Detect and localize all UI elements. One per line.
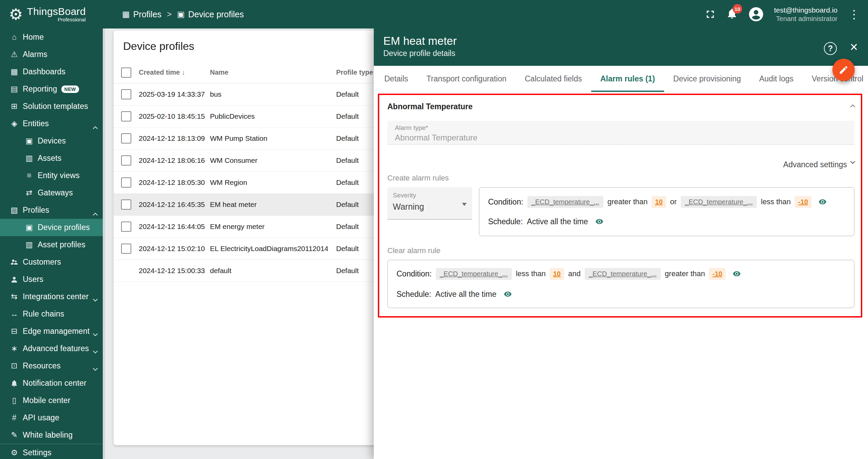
row-checkbox[interactable] [121,89,131,99]
row-checkbox[interactable] [121,111,131,121]
breadcrumb-device-profiles-label: Device profiles [188,9,244,19]
severity-select[interactable]: Severity Warning [387,187,472,219]
sidebar-item-entities[interactable]: ◈ Entities [0,115,105,132]
sidebar-item-dashboards[interactable]: ▦ Dashboards [0,63,105,80]
sidebar-item-notification-center[interactable]: Notification center [0,375,105,392]
sidebar-item-asset-profiles[interactable]: ▥ Asset profiles [0,236,105,253]
view-schedule-button[interactable] [594,217,604,226]
edge-management-icon: ⊟ [9,327,20,336]
cell-name: EM energy meter [210,223,336,231]
cell-name: WM Region [210,178,336,187]
breadcrumb-device-profiles[interactable]: ▣ Device profiles [177,9,244,19]
more-menu-button[interactable]: ⋮ [847,7,861,21]
rule-chains-icon: ↔ [9,309,20,319]
condition-row: Condition: _ECD_temperature_... less tha… [397,267,845,281]
schedule-row: Schedule: Active all the time [397,287,845,301]
cell-name: EL ElectricityLoadDiagrams20112014 [210,245,336,253]
condition-operator: greater than [607,197,648,206]
sidebar-item-home[interactable]: ⌂ Home [0,28,105,46]
sidebar-item-integrations-center[interactable]: ⇆ Integrations center [0,288,105,305]
cell-name: bus [210,90,336,98]
sidebar-item-entity-views[interactable]: ≡ Entity views [0,167,105,184]
close-button[interactable]: × [850,40,858,54]
sidebar-item-reporting[interactable]: ▤ Reporting NEW [0,80,105,98]
view-schedule-button[interactable] [503,290,513,298]
sidebar-item-mobile-center[interactable]: ▯ Mobile center [0,392,105,409]
sidebar-item-alarms[interactable]: ⚠ Alarms [0,46,105,63]
column-header-created-time[interactable]: Created time↓ [139,69,210,76]
tab-device-provisioning[interactable]: Device provisioning [664,66,750,92]
chevron-down-icon [94,349,97,358]
sidebar-item-settings[interactable]: ⚙ Settings [0,444,105,459]
sidebar-nav: ⌂ Home ⚠ Alarms ▦ Dashboards ▤ Reporting… [0,28,105,459]
fullscreen-icon[interactable] [704,8,716,20]
tab-details[interactable]: Details [375,66,417,92]
sidebar-item-devices[interactable]: ▣ Devices [0,132,105,150]
row-checkbox[interactable] [121,155,131,166]
chevron-down-icon [94,297,97,306]
view-condition-button[interactable] [817,198,828,206]
tab-transport-configuration[interactable]: Transport configuration [417,66,516,92]
brand-subtitle: Professional [58,17,86,22]
sidebar-item-white-labeling[interactable]: ✎ White labeling [0,426,105,444]
tab-alarm-rules[interactable]: Alarm rules (1) [591,66,664,92]
sidebar-item-resources[interactable]: ⊡ Resources [0,357,105,375]
sidebar-item-edge-management[interactable]: ⊟ Edge management [0,323,105,340]
new-badge: NEW [61,85,79,93]
panel-title: EM heat meter [383,34,868,48]
condition-operator: less than [516,269,546,278]
edit-fab-button[interactable] [832,59,855,81]
row-checkbox[interactable] [121,133,131,144]
mobile-center-icon: ▯ [9,396,20,405]
eye-icon [732,270,742,278]
customers-icon [9,258,20,266]
alarm-rules-content: Abnormal Temperature Alarm type* Abnorma… [374,92,868,308]
column-header-name[interactable]: Name [210,69,336,76]
select-all-checkbox[interactable] [121,68,131,78]
chevron-up-icon [851,102,854,111]
sidebar-item-api-usage[interactable]: # API usage [0,409,105,426]
device-profile-details-panel: EM heat meter Device profile details ? ×… [374,28,868,459]
condition-label: Condition: [397,269,432,279]
cell-name: WM Consumer [210,156,336,165]
condition-key-chip: _ECD_temperature_... [585,268,661,280]
cell-created-time: 2024-12-12 16:44:05 [139,223,210,231]
sidebar-item-advanced-features[interactable]: ∗ Advanced features [0,340,105,357]
notifications-button[interactable]: 10 [726,7,738,21]
sidebar-item-gateways[interactable]: ⇄ Gateways [0,184,105,202]
top-bar: ⚙ ThingsBoard Professional ▦ Profiles > … [0,0,868,28]
tab-audit-logs[interactable]: Audit logs [750,66,803,92]
assets-icon: ▥ [24,154,35,163]
breadcrumb-profiles[interactable]: ▦ Profiles [122,9,161,19]
alarm-type-value: Abnormal Temperature [395,133,847,142]
schedule-label: Schedule: [397,290,431,299]
profiles-icon: ▦ [122,9,130,19]
row-checkbox[interactable] [121,177,131,188]
sidebar-item-customers[interactable]: Customers [0,253,105,271]
sidebar-scrollbar[interactable] [103,28,105,459]
advanced-settings-toggle[interactable]: Advanced settings [387,159,854,170]
row-checkbox[interactable] [121,222,131,232]
sidebar-item-rule-chains[interactable]: ↔ Rule chains [0,305,105,323]
avatar[interactable] [748,6,765,23]
profiles-group-icon: ▧ [9,206,20,215]
condition-value-chip: -10 [795,196,811,208]
sidebar-item-assets[interactable]: ▥ Assets [0,150,105,167]
integrations-icon: ⇆ [9,292,20,301]
condition-key-chip: _ECD_temperature_... [436,268,512,280]
sidebar-item-profiles[interactable]: ▧ Profiles [0,202,105,219]
sidebar-item-solution-templates[interactable]: ⊞ Solution templates [0,98,105,115]
alarm-rule-expansion-header[interactable]: Abnormal Temperature [387,97,854,116]
users-icon [9,275,20,284]
view-condition-button[interactable] [732,270,742,278]
cell-name: EM heat meter [210,200,336,209]
row-checkbox[interactable] [121,244,131,254]
sidebar-item-users[interactable]: Users [0,271,105,288]
help-button[interactable]: ? [824,42,837,55]
app-logo[interactable]: ⚙ ThingsBoard Professional [9,0,86,28]
row-checkbox[interactable] [121,199,131,210]
user-role: Tenant administrator [774,15,837,23]
condition-operator: greater than [665,269,705,278]
tab-calculated-fields[interactable]: Calculated fields [516,66,591,92]
sidebar-item-device-profiles[interactable]: ▣ Device profiles [0,219,105,236]
